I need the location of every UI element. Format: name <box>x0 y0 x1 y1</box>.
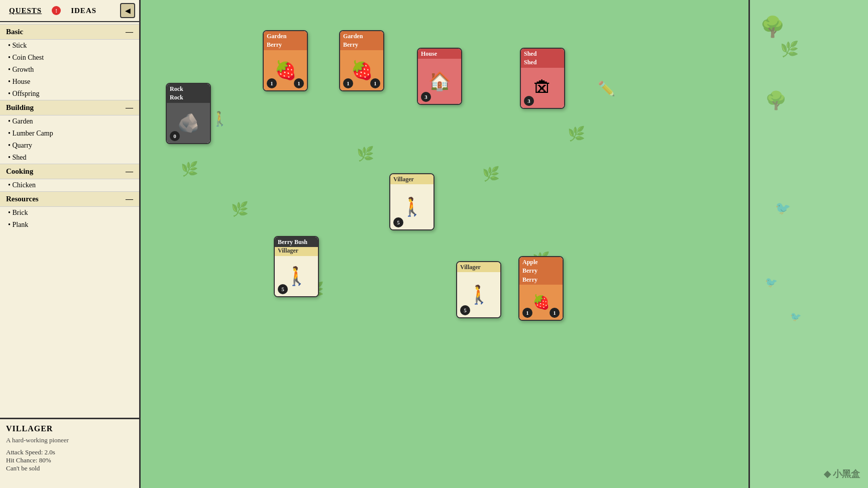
watermark-icon: ◆ <box>824 468 831 479</box>
quest-item-house[interactable]: • House <box>0 76 139 88</box>
card-house-badge: 3 <box>421 92 431 102</box>
category-cooking-collapse: — <box>126 167 133 176</box>
card-apple-body: 🍓 1 1 <box>519 285 563 320</box>
card-villager2-badge: 5 <box>460 305 470 315</box>
card-villager1-header: Villager <box>390 174 433 184</box>
card-garden1-body: 🍓 1 1 <box>264 50 307 90</box>
card-garden1-subheader: Berry <box>264 41 307 50</box>
deco-plant-3: 🌿 <box>357 146 374 162</box>
card-rock-body: 🪨 0 <box>167 103 210 143</box>
quest-item-offspring[interactable]: • Offspring <box>0 88 139 100</box>
tab-quests[interactable]: QUESTS <box>4 5 47 17</box>
card-house-header: House <box>418 49 461 59</box>
deco-person-2: ✏️ <box>598 80 615 97</box>
card-shed-body: 🏚 3 <box>521 68 564 108</box>
card-garden-berry-2[interactable]: Garden Berry 🍓 1 1 <box>339 30 384 91</box>
card-garden-berry-1[interactable]: Garden Berry 🍓 1 1 <box>263 30 308 91</box>
info-panel-description: A hard-working pioneer <box>6 436 133 444</box>
card-garden1-header: Garden <box>264 31 307 41</box>
category-building[interactable]: Building — <box>0 100 139 115</box>
sidebar-header: QUESTS ! IDEAS ◀ <box>0 0 139 22</box>
card-apple-badge-left: 1 <box>522 308 532 318</box>
category-basic-label: Basic <box>6 28 23 36</box>
card-house-body: 🏠 3 <box>418 59 461 104</box>
category-basic[interactable]: Basic — <box>0 24 139 40</box>
card-garden2-subheader: Berry <box>340 41 383 50</box>
card-shed-badge: 3 <box>524 96 534 106</box>
quest-item-shed[interactable]: • Shed <box>0 152 139 164</box>
deco-plant-1: 🌿 <box>181 161 198 177</box>
card-berrybush-header: Berry Bush <box>275 237 318 247</box>
watermark-text: 小黑盒 <box>833 468 860 480</box>
card-garden1-badge-left: 1 <box>267 78 277 88</box>
card-apple-badge-right: 1 <box>550 308 560 318</box>
house-icon: 🏠 <box>424 68 455 94</box>
right-area: 🌳 🌿 🌳 🐦 🐦 🐦 <box>748 0 868 488</box>
category-basic-collapse: — <box>126 28 133 36</box>
deco-tree-3: 🌳 <box>765 90 787 111</box>
category-resources-collapse: — <box>126 195 133 203</box>
quest-item-chicken[interactable]: • Chicken <box>0 179 139 191</box>
quest-item-garden[interactable]: • Garden <box>0 115 139 128</box>
card-rock[interactable]: Rock Rock 🪨 0 <box>166 83 211 144</box>
card-villager1-body: 🚶 5 <box>390 184 433 229</box>
category-building-collapse: — <box>126 103 133 112</box>
info-panel-stat-attack: Attack Speed: 2.0s <box>6 448 133 456</box>
villager-icon-1: 🚶 <box>397 194 427 220</box>
deco-person-1: 🚶 <box>211 110 229 127</box>
card-rock-subheader: Rock <box>167 94 210 102</box>
deco-plant-2: 🌿 <box>231 201 249 217</box>
watermark: ◆ 小黑盒 <box>824 468 860 480</box>
card-berrybush-badge: 5 <box>278 284 288 294</box>
card-garden2-body: 🍓 1 1 <box>340 50 383 90</box>
card-apple-sub1: Berry <box>519 267 563 276</box>
card-rock-header: Rock <box>167 84 210 94</box>
card-shed-subheader: Shed <box>521 59 564 67</box>
quest-item-coin-chest[interactable]: • Coin Chest <box>0 52 139 64</box>
shed-icon: 🏚 <box>529 75 556 101</box>
deco-bird-2: 🐦 <box>765 276 778 288</box>
card-villager1-badge: 5 <box>393 217 403 227</box>
category-resources-label: Resources <box>6 195 39 203</box>
sidebar-collapse-button[interactable]: ◀ <box>120 3 135 18</box>
card-berry-bush-villager[interactable]: Berry Bush Villager 🚶 5 <box>274 236 319 297</box>
card-garden2-badge-left: 1 <box>343 78 353 88</box>
info-panel-stat-sell: Can't be sold <box>6 464 133 472</box>
card-house[interactable]: House 🏠 3 <box>417 48 462 105</box>
deco-bird-3: 🐦 <box>790 311 801 322</box>
card-berrybush-subheader: Villager <box>275 247 318 256</box>
sidebar: QUESTS ! IDEAS ◀ Basic — • Stick • Coin … <box>0 0 141 488</box>
deco-plant-5: 🌿 <box>568 126 585 142</box>
card-apple-berry[interactable]: Apple Berry Berry 🍓 1 1 <box>518 256 564 321</box>
category-resources[interactable]: Resources — <box>0 191 139 207</box>
card-villager-2[interactable]: Villager 🚶 5 <box>456 261 501 318</box>
quest-item-lumber-camp[interactable]: • Lumber Camp <box>0 128 139 140</box>
deco-tree-1: 🌳 <box>760 15 785 39</box>
category-cooking-label: Cooking <box>6 167 33 176</box>
deco-plant-4: 🌿 <box>482 166 500 182</box>
card-rock-badge: 0 <box>170 131 180 141</box>
card-villager2-header: Villager <box>457 262 500 272</box>
sidebar-content: Basic — • Stick • Coin Chest • Growth • … <box>0 22 139 418</box>
info-panel: VILLAGER A hard-working pioneer Attack S… <box>0 418 139 488</box>
card-garden2-header: Garden <box>340 31 383 41</box>
card-berrybush-body: 🚶 5 <box>275 256 318 296</box>
info-panel-title: VILLAGER <box>6 424 133 433</box>
tab-ideas[interactable]: IDEAS <box>66 5 101 17</box>
villager-icon-3: 🚶 <box>464 282 494 308</box>
card-villager-1[interactable]: Villager 🚶 5 <box>389 173 435 230</box>
quest-item-brick[interactable]: • Brick <box>0 207 139 219</box>
quest-item-growth[interactable]: • Growth <box>0 64 139 76</box>
gameboard[interactable]: 🌿 🌿 🌿 🌿 🌿 🌿 🌿 🚶 ✏️ Rock Rock 🪨 0 Garden … <box>141 0 748 488</box>
card-villager2-body: 🚶 5 <box>457 272 500 317</box>
quest-item-quarry[interactable]: • Quarry <box>0 140 139 152</box>
quest-item-plank[interactable]: • Plank <box>0 219 139 231</box>
category-building-label: Building <box>6 103 34 112</box>
quest-item-stick[interactable]: • Stick <box>0 40 139 52</box>
quest-alert-dot: ! <box>52 6 61 15</box>
card-apple-header: Apple <box>519 257 563 267</box>
card-shed[interactable]: Shed Shed 🏚 3 <box>520 48 565 109</box>
deco-tree-2: 🌿 <box>780 40 799 58</box>
info-panel-stat-hitchance: Hit Chance: 80% <box>6 456 133 464</box>
category-cooking[interactable]: Cooking — <box>0 164 139 179</box>
